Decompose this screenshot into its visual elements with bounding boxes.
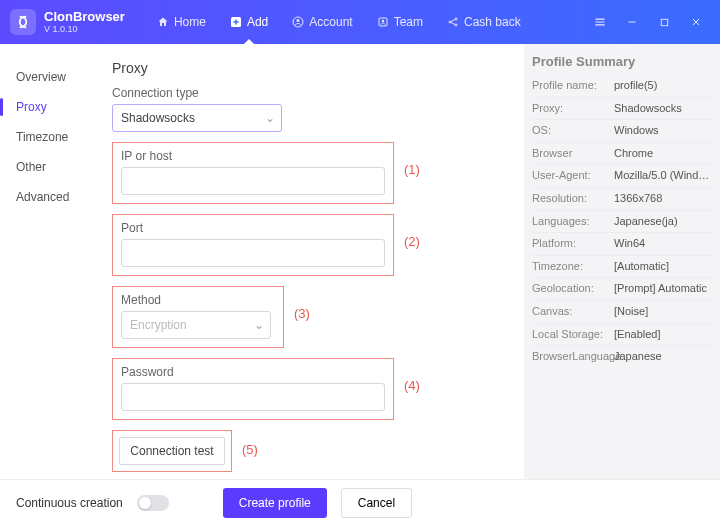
summary-value: [Noise] bbox=[614, 303, 648, 321]
plus-icon bbox=[230, 16, 242, 28]
sidebar: Overview Proxy Timezone Other Advanced bbox=[0, 44, 96, 479]
summary-row: Profile name:profile(5) bbox=[532, 75, 712, 98]
summary-key: User-Agent: bbox=[532, 167, 614, 185]
method-select[interactable]: Encryption ⌄ bbox=[121, 311, 271, 339]
summary-key: Resolution: bbox=[532, 190, 614, 208]
svg-rect-8 bbox=[661, 19, 667, 25]
nav-team[interactable]: Team bbox=[367, 0, 433, 44]
method-placeholder: Encryption bbox=[130, 318, 187, 332]
connection-type-select[interactable]: Shadowsocks ⌄ bbox=[112, 104, 282, 132]
summary-value: profile(5) bbox=[614, 77, 657, 95]
password-group: Password bbox=[112, 358, 394, 420]
summary-row: Timezone:[Automatic] bbox=[532, 256, 712, 279]
account-icon bbox=[292, 16, 304, 28]
password-label: Password bbox=[121, 365, 385, 379]
cancel-button[interactable]: Cancel bbox=[341, 488, 412, 518]
svg-point-2 bbox=[297, 19, 300, 22]
share-icon bbox=[447, 16, 459, 28]
annotation-1: (1) bbox=[404, 162, 420, 177]
annotation-2: (2) bbox=[404, 234, 420, 249]
connection-type-value: Shadowsocks bbox=[121, 111, 195, 125]
svg-point-5 bbox=[449, 21, 451, 23]
sidebar-item-advanced[interactable]: Advanced bbox=[0, 182, 96, 212]
summary-key: Geolocation: bbox=[532, 280, 614, 298]
svg-point-4 bbox=[381, 20, 384, 23]
chevron-down-icon: ⌄ bbox=[265, 111, 275, 125]
summary-value: Win64 bbox=[614, 235, 645, 253]
annotation-5: (5) bbox=[242, 442, 258, 457]
connection-type-label: Connection type bbox=[112, 86, 518, 100]
app-title: ClonBrowser bbox=[44, 10, 125, 24]
close-button[interactable] bbox=[680, 7, 712, 37]
summary-row: BrowserChrome bbox=[532, 143, 712, 166]
nav-home-label: Home bbox=[174, 15, 206, 29]
continuous-creation-toggle[interactable] bbox=[137, 495, 169, 511]
summary-value: [Enabled] bbox=[614, 326, 660, 344]
minimize-button[interactable] bbox=[616, 7, 648, 37]
annotation-3: (3) bbox=[294, 306, 310, 321]
method-label: Method bbox=[121, 293, 275, 307]
summary-value: Japanese(ja) bbox=[614, 213, 678, 231]
method-group: Method Encryption ⌄ bbox=[112, 286, 284, 348]
home-icon bbox=[157, 16, 169, 28]
nav-home[interactable]: Home bbox=[147, 0, 216, 44]
summary-row: Languages:Japanese(ja) bbox=[532, 211, 712, 234]
summary-key: Proxy: bbox=[532, 100, 614, 118]
nav-account-label: Account bbox=[309, 15, 352, 29]
sidebar-item-overview[interactable]: Overview bbox=[0, 62, 96, 92]
sidebar-item-timezone[interactable]: Timezone bbox=[0, 122, 96, 152]
section-title: Proxy bbox=[112, 60, 518, 76]
ip-host-group: IP or host bbox=[112, 142, 394, 204]
port-group: Port bbox=[112, 214, 394, 276]
summary-row: Geolocation:[Prompt] Automatic bbox=[532, 278, 712, 301]
top-nav: Home Add Account Team Cash back bbox=[147, 0, 531, 44]
nav-account[interactable]: Account bbox=[282, 0, 362, 44]
port-input[interactable] bbox=[121, 239, 385, 267]
connection-test-group: Connection test bbox=[112, 430, 232, 472]
titlebar: ClonBrowser V 1.0.10 Home Add Account Te… bbox=[0, 0, 720, 44]
continuous-creation-label: Continuous creation bbox=[16, 496, 123, 510]
chevron-down-icon: ⌄ bbox=[254, 318, 264, 332]
port-label: Port bbox=[121, 221, 385, 235]
summary-row: Platform:Win64 bbox=[532, 233, 712, 256]
summary-row: BrowserLanguageJapanese bbox=[532, 346, 712, 368]
nav-cashback[interactable]: Cash back bbox=[437, 0, 531, 44]
summary-key: BrowserLanguage bbox=[532, 348, 614, 366]
summary-title: Profile Summary bbox=[532, 54, 712, 69]
summary-key: Profile name: bbox=[532, 77, 614, 95]
create-profile-button[interactable]: Create profile bbox=[223, 488, 327, 518]
sidebar-item-other[interactable]: Other bbox=[0, 152, 96, 182]
summary-row: User-Agent:Mozilla/5.0 (Windows NT 1... bbox=[532, 165, 712, 188]
sidebar-item-proxy[interactable]: Proxy bbox=[0, 92, 96, 122]
summary-key: Browser bbox=[532, 145, 614, 163]
menu-icon[interactable] bbox=[584, 7, 616, 37]
connection-test-button[interactable]: Connection test bbox=[119, 437, 225, 465]
password-input[interactable] bbox=[121, 383, 385, 411]
nav-add[interactable]: Add bbox=[220, 0, 278, 44]
summary-value: Shadowsocks bbox=[614, 100, 682, 118]
maximize-button[interactable] bbox=[648, 7, 680, 37]
summary-key: Canvas: bbox=[532, 303, 614, 321]
summary-key: OS: bbox=[532, 122, 614, 140]
svg-point-6 bbox=[455, 18, 457, 20]
summary-value: Windows bbox=[614, 122, 659, 140]
summary-row: OS:Windows bbox=[532, 120, 712, 143]
profile-summary: Profile Summary Profile name:profile(5)P… bbox=[524, 44, 720, 479]
summary-row: Resolution:1366x768 bbox=[532, 188, 712, 211]
summary-value: Japanese bbox=[614, 348, 662, 366]
summary-row: Local Storage:[Enabled] bbox=[532, 324, 712, 347]
team-icon bbox=[377, 16, 389, 28]
app-version: V 1.0.10 bbox=[44, 24, 125, 34]
footer: Continuous creation Create profile Cance… bbox=[0, 479, 720, 525]
nav-add-label: Add bbox=[247, 15, 268, 29]
summary-value: Chrome bbox=[614, 145, 653, 163]
summary-value: 1366x768 bbox=[614, 190, 662, 208]
annotation-4: (4) bbox=[404, 378, 420, 393]
summary-value: [Automatic] bbox=[614, 258, 669, 276]
ip-host-input[interactable] bbox=[121, 167, 385, 195]
summary-key: Platform: bbox=[532, 235, 614, 253]
brand: ClonBrowser V 1.0.10 bbox=[44, 10, 125, 34]
nav-team-label: Team bbox=[394, 15, 423, 29]
ip-host-label: IP or host bbox=[121, 149, 385, 163]
summary-value: Mozilla/5.0 (Windows NT 1... bbox=[614, 167, 712, 185]
